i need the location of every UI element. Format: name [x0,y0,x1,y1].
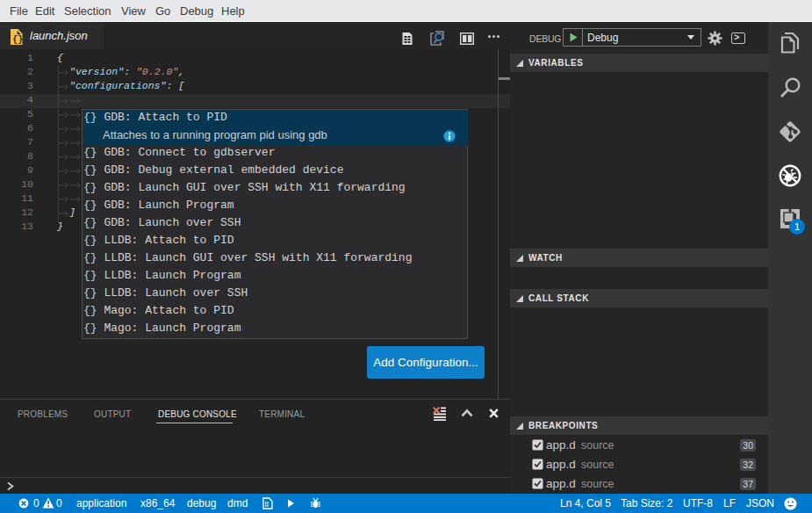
svg-text:{}: {} [12,35,23,45]
